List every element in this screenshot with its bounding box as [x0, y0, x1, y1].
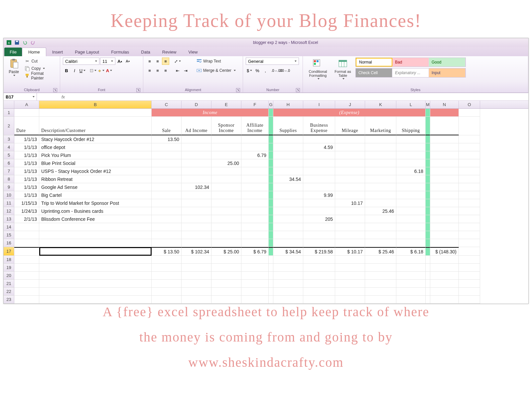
align-middle-icon[interactable]: ≡	[154, 58, 161, 65]
wrap-text-button[interactable]: Wrap Text	[195, 58, 237, 65]
cell-style-check[interactable]: Check Cell	[356, 68, 392, 77]
formula-bar: B17 fx	[4, 93, 528, 101]
conditional-formatting-button[interactable]: Conditional Formatting	[306, 58, 330, 79]
format-as-table-button[interactable]: Format as Table	[332, 58, 353, 79]
table-row: 81/1/13Ribbon Retreat34.54	[4, 175, 528, 183]
cut-button[interactable]: ✂Cut	[23, 58, 57, 65]
decrease-decimal-icon[interactable]: .00→.0	[281, 67, 288, 74]
merge-center-button[interactable]: Merge & Center	[195, 67, 237, 74]
table-row: 111/15/13Trip to World Market for Sponso…	[4, 199, 528, 207]
number-format-combo[interactable]: General	[246, 58, 299, 65]
svg-rect-20	[317, 60, 319, 62]
tab-page-layout[interactable]: Page Layout	[69, 48, 105, 56]
align-right-icon[interactable]: ≡	[162, 67, 169, 74]
font-group-label: Font	[98, 88, 105, 92]
tab-file[interactable]: File	[4, 48, 22, 56]
col-header[interactable]: B	[39, 101, 152, 108]
formula-input[interactable]	[67, 93, 528, 100]
align-top-icon[interactable]: ≡	[146, 58, 153, 65]
fill-color-button[interactable]	[97, 67, 105, 74]
underline-button[interactable]: U	[79, 67, 86, 74]
svg-rect-6	[13, 62, 18, 68]
clipboard-group-label: Clipboard	[24, 88, 40, 92]
increase-indent-icon[interactable]: ⇥	[182, 67, 189, 74]
save-icon[interactable]	[14, 39, 20, 46]
cell-style-bad[interactable]: Bad	[392, 58, 429, 67]
conditional-formatting-icon	[313, 58, 323, 69]
number-group-label: Number	[266, 88, 279, 92]
tab-formulas[interactable]: Formulas	[105, 48, 135, 56]
italic-button[interactable]: I	[71, 67, 78, 74]
align-center-icon[interactable]: ≡	[154, 67, 161, 74]
col-header[interactable]: M	[426, 101, 430, 108]
borders-button[interactable]	[89, 67, 97, 74]
tab-view[interactable]: View	[182, 48, 203, 56]
table-row: 15	[4, 231, 528, 239]
col-header[interactable]: H	[273, 101, 303, 108]
col-header[interactable]: F	[241, 101, 269, 108]
paintbrush-icon	[25, 73, 30, 78]
col-header[interactable]: O	[459, 101, 480, 108]
font-color-button[interactable]: A	[105, 67, 113, 74]
tab-insert[interactable]: Insert	[46, 48, 69, 56]
excel-window: X blogger exp 2 ways - Microsoft Excel F…	[3, 38, 529, 304]
col-header[interactable]: K	[365, 101, 396, 108]
col-header[interactable]: A	[14, 101, 39, 108]
col-header[interactable]: G	[269, 101, 273, 108]
percent-format-icon[interactable]: %	[254, 67, 261, 74]
window-title: blogger exp 2 ways - Microsoft Excel	[253, 40, 318, 45]
column-headers: A B C D E F G H I J K L M N O	[4, 101, 528, 109]
font-size-combo[interactable]: 11	[100, 58, 115, 65]
alignment-launcher-icon[interactable]: ⬊	[236, 88, 240, 92]
undo-icon[interactable]	[22, 39, 28, 46]
cell-style-normal[interactable]: Normal	[356, 58, 392, 67]
align-left-icon[interactable]: ≡	[146, 67, 153, 74]
table-row: 18	[4, 256, 528, 264]
col-header[interactable]: J	[335, 101, 365, 108]
spreadsheet-grid[interactable]: A B C D E F G H I J K L M N O 1 Income (…	[4, 101, 528, 304]
table-row: 23	[4, 296, 528, 304]
cell-style-input[interactable]: Input	[429, 68, 466, 77]
tab-home[interactable]: Home	[22, 48, 46, 56]
decrease-font-icon[interactable]: A▾	[124, 58, 131, 65]
cell-style-explanatory[interactable]: Explanatory ...	[392, 68, 429, 77]
font-launcher-icon[interactable]: ⬊	[136, 88, 140, 92]
col-header[interactable]: N	[430, 101, 459, 108]
paste-button[interactable]: Paste	[6, 58, 21, 76]
excel-logo-icon[interactable]: X	[6, 39, 12, 46]
col-header[interactable]: C	[152, 101, 182, 108]
col-header[interactable]: D	[182, 101, 211, 108]
font-name-combo[interactable]: Calibri	[63, 58, 99, 65]
active-cell[interactable]	[39, 247, 152, 256]
svg-text:X: X	[8, 41, 10, 45]
tab-review[interactable]: Review	[156, 48, 183, 56]
name-box[interactable]: B17	[4, 93, 37, 100]
bold-button[interactable]: B	[63, 67, 70, 74]
select-all-corner[interactable]	[4, 101, 14, 108]
paste-icon	[9, 58, 19, 69]
expense-header: (Expense)	[273, 109, 426, 117]
number-launcher-icon[interactable]: ⬊	[296, 88, 300, 92]
svg-rect-21	[314, 63, 316, 65]
cell-style-good[interactable]: Good	[429, 58, 466, 67]
tab-data[interactable]: Data	[135, 48, 156, 56]
format-table-icon	[337, 58, 348, 69]
col-header[interactable]: I	[303, 101, 335, 108]
table-row: 91/1/13Google Ad Sense102.34	[4, 183, 528, 191]
table-row: 121/24/13Uprinting.com - Busines cards25…	[4, 207, 528, 215]
table-row: 1 Income (Expense)	[4, 109, 528, 117]
comma-format-icon[interactable]: ,	[262, 67, 269, 74]
col-header[interactable]: E	[211, 101, 241, 108]
decrease-indent-icon[interactable]: ⇤	[174, 67, 181, 74]
orientation-icon[interactable]: ⤢	[174, 58, 181, 65]
align-bottom-icon[interactable]: ≡	[162, 58, 169, 65]
accounting-format-icon[interactable]: $	[246, 67, 253, 74]
clipboard-launcher-icon[interactable]: ⬊	[53, 88, 57, 92]
svg-rect-15	[197, 61, 200, 62]
col-header[interactable]: L	[396, 101, 426, 108]
increase-font-icon[interactable]: A▴	[116, 58, 123, 65]
redo-icon[interactable]	[30, 39, 36, 46]
page-title-overlay: Keeping Track of your Blog Finances!	[0, 0, 532, 38]
fx-icon[interactable]: fx	[62, 94, 65, 99]
format-painter-button[interactable]: Format Painter	[23, 72, 57, 79]
